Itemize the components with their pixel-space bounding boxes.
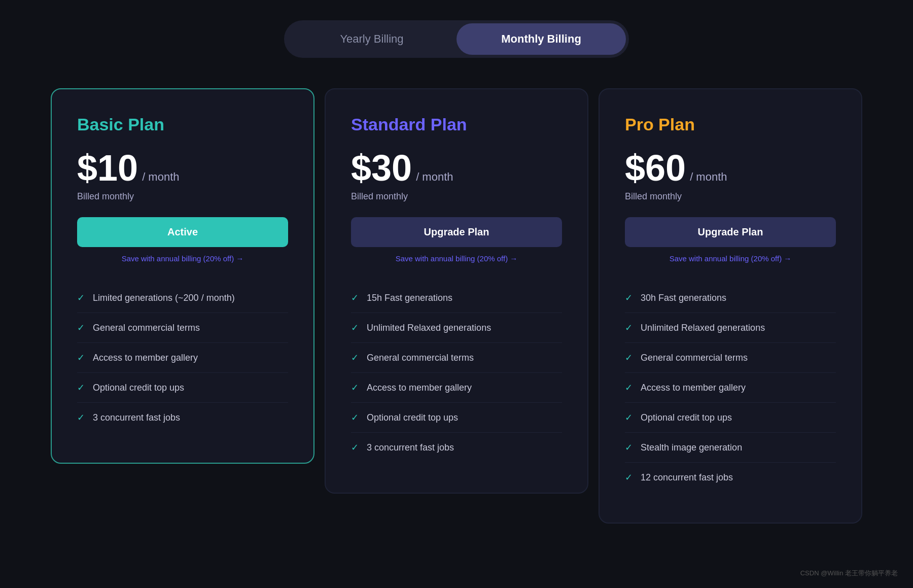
features-list: ✓ Limited generations (~200 / month) ✓ G… (77, 283, 288, 432)
plan-card-standard: Standard Plan $30 / month Billed monthly… (325, 88, 588, 494)
billing-toggle: Yearly Billing Monthly Billing (284, 20, 629, 58)
feature-item: ✓ Access to member gallery (351, 373, 562, 403)
check-icon: ✓ (625, 292, 633, 303)
check-icon: ✓ (625, 382, 633, 393)
price-period: / month (416, 170, 453, 184)
features-list: ✓ 15h Fast generations ✓ Unlimited Relax… (351, 283, 562, 462)
feature-text: Access to member gallery (367, 383, 472, 393)
feature-text: General commercial terms (93, 323, 200, 333)
feature-text: 15h Fast generations (367, 293, 452, 303)
check-icon: ✓ (77, 292, 85, 303)
feature-text: Optional credit top ups (93, 383, 184, 393)
feature-item: ✓ Optional credit top ups (625, 403, 836, 433)
feature-text: Optional credit top ups (367, 412, 458, 423)
billed-info: Billed monthly (625, 191, 836, 202)
check-icon: ✓ (351, 292, 359, 303)
price-period: / month (690, 170, 727, 184)
check-icon: ✓ (351, 412, 359, 423)
check-icon: ✓ (625, 322, 633, 333)
price-amount: $30 (351, 150, 412, 186)
feature-item: ✓ Access to member gallery (77, 343, 288, 373)
plan-card-basic: Basic Plan $10 / month Billed monthly Ac… (51, 88, 314, 464)
check-icon: ✓ (351, 382, 359, 393)
feature-item: ✓ 15h Fast generations (351, 283, 562, 313)
check-icon: ✓ (77, 322, 85, 333)
check-icon: ✓ (351, 352, 359, 363)
feature-text: 30h Fast generations (641, 293, 726, 303)
pro-action-button[interactable]: Upgrade Plan (625, 217, 836, 247)
check-icon: ✓ (351, 322, 359, 333)
feature-text: Access to member gallery (93, 353, 198, 363)
feature-item: ✓ Stealth image generation (625, 433, 836, 463)
feature-item: ✓ 3 concurrent fast jobs (77, 403, 288, 432)
save-link[interactable]: Save with annual billing (20% off) → (351, 254, 562, 263)
feature-item: ✓ Optional credit top ups (351, 403, 562, 433)
feature-item: ✓ 30h Fast generations (625, 283, 836, 313)
feature-text: Stealth image generation (641, 442, 742, 453)
feature-text: Access to member gallery (641, 383, 746, 393)
billed-info: Billed monthly (351, 191, 562, 202)
standard-action-button[interactable]: Upgrade Plan (351, 217, 562, 247)
feature-text: Limited generations (~200 / month) (93, 293, 235, 303)
billed-info: Billed monthly (77, 191, 288, 202)
feature-item: ✓ 12 concurrent fast jobs (625, 463, 836, 492)
feature-item: ✓ Optional credit top ups (77, 373, 288, 403)
monthly-billing-tab[interactable]: Monthly Billing (456, 23, 626, 55)
check-icon: ✓ (625, 412, 633, 423)
feature-text: Optional credit top ups (641, 412, 732, 423)
feature-text: General commercial terms (367, 353, 474, 363)
feature-item: ✓ Unlimited Relaxed generations (625, 313, 836, 343)
feature-text: 3 concurrent fast jobs (93, 412, 180, 423)
feature-text: Unlimited Relaxed generations (367, 323, 491, 333)
feature-text: 12 concurrent fast jobs (641, 472, 733, 483)
feature-text: 3 concurrent fast jobs (367, 442, 454, 453)
price-period: / month (142, 170, 179, 184)
feature-item: ✓ Limited generations (~200 / month) (77, 283, 288, 313)
feature-text: General commercial terms (641, 353, 748, 363)
feature-item: ✓ General commercial terms (625, 343, 836, 373)
feature-item: ✓ General commercial terms (351, 343, 562, 373)
plan-name: Pro Plan (625, 115, 836, 134)
watermark: CSDN @Willin 老王带你躺平养老 (800, 569, 898, 578)
plan-card-pro: Pro Plan $60 / month Billed monthly Upgr… (599, 88, 862, 524)
feature-text: Unlimited Relaxed generations (641, 323, 765, 333)
feature-item: ✓ Unlimited Relaxed generations (351, 313, 562, 343)
check-icon: ✓ (625, 442, 633, 453)
plan-name: Standard Plan (351, 115, 562, 134)
check-icon: ✓ (625, 352, 633, 363)
price-amount: $60 (625, 150, 686, 186)
price-row: $30 / month (351, 150, 562, 186)
plans-container: Basic Plan $10 / month Billed monthly Ac… (38, 88, 875, 524)
feature-item: ✓ Access to member gallery (625, 373, 836, 403)
feature-item: ✓ General commercial terms (77, 313, 288, 343)
check-icon: ✓ (77, 382, 85, 393)
check-icon: ✓ (351, 442, 359, 453)
price-row: $60 / month (625, 150, 836, 186)
plan-name: Basic Plan (77, 115, 288, 134)
check-icon: ✓ (625, 472, 633, 483)
save-link[interactable]: Save with annual billing (20% off) → (77, 254, 288, 263)
check-icon: ✓ (77, 352, 85, 363)
check-icon: ✓ (77, 412, 85, 423)
feature-item: ✓ 3 concurrent fast jobs (351, 433, 562, 462)
features-list: ✓ 30h Fast generations ✓ Unlimited Relax… (625, 283, 836, 492)
price-row: $10 / month (77, 150, 288, 186)
price-amount: $10 (77, 150, 138, 186)
save-link[interactable]: Save with annual billing (20% off) → (625, 254, 836, 263)
yearly-billing-tab[interactable]: Yearly Billing (287, 23, 456, 55)
basic-action-button[interactable]: Active (77, 217, 288, 247)
